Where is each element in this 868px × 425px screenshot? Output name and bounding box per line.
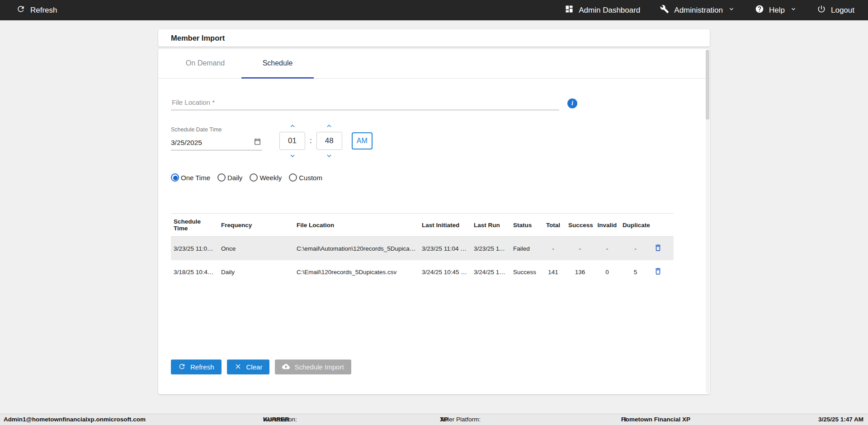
logout-button[interactable]: Logout bbox=[817, 5, 854, 16]
refresh-button-label: Refresh bbox=[190, 363, 214, 371]
radio-one-time[interactable]: One Time bbox=[171, 173, 210, 182]
table-row: 3/23/25 11:04 PM Once C:\email\Automatio… bbox=[171, 237, 674, 261]
file-location-placeholder: File Location * bbox=[172, 98, 215, 106]
schedule-datetime-label: Schedule Date Time bbox=[171, 126, 262, 133]
scrollbar-thumb[interactable] bbox=[706, 50, 709, 120]
refresh-icon bbox=[16, 5, 25, 16]
cell-total: - bbox=[541, 237, 566, 261]
radio-custom-label: Custom bbox=[299, 174, 322, 182]
radio-custom[interactable]: Custom bbox=[289, 173, 322, 182]
hour-input[interactable]: 01 bbox=[279, 132, 305, 150]
radio-button-icon bbox=[217, 173, 226, 182]
table-header-row: Schedule Time Frequency File Location La… bbox=[171, 214, 674, 237]
administration-label: Administration bbox=[674, 6, 723, 15]
footer-user: Admin1@hometownfinancialxp.onmicrosoft.c… bbox=[4, 414, 146, 425]
administration-menu[interactable]: Administration bbox=[660, 5, 735, 16]
cell-invalid: - bbox=[594, 237, 620, 261]
tabbar: On Demand Schedule bbox=[158, 49, 710, 79]
schedule-tab-content: File Location * i Schedule Date Time 3/2… bbox=[158, 96, 710, 284]
radio-weekly[interactable]: Weekly bbox=[250, 173, 282, 182]
radio-one-time-label: One Time bbox=[181, 174, 210, 182]
cell-success: 136 bbox=[566, 260, 594, 284]
calendar-icon[interactable] bbox=[254, 138, 261, 147]
delete-row-button[interactable] bbox=[654, 267, 662, 276]
help-label: Help bbox=[769, 6, 785, 15]
hour-value: 01 bbox=[288, 136, 297, 145]
radio-daily[interactable]: Daily bbox=[217, 173, 242, 182]
cell-last-initiated: 3/24/25 10:45 PM bbox=[419, 260, 471, 284]
status-bar: Admin1@hometownfinancialxp.onmicrosoft.c… bbox=[0, 414, 868, 425]
wrench-icon bbox=[660, 5, 669, 16]
radio-weekly-label: Weekly bbox=[259, 174, 282, 182]
cloud-upload-icon bbox=[282, 363, 290, 372]
dashboard-icon bbox=[565, 5, 574, 16]
schedule-date-input[interactable]: 3/25/2025 bbox=[171, 135, 262, 150]
member-import-panel: On Demand Schedule File Location * i Sch… bbox=[158, 49, 710, 394]
schedule-datetime-row: Schedule Date Time 3/25/2025 01 : bbox=[171, 122, 697, 160]
help-menu[interactable]: Help bbox=[755, 5, 797, 16]
trash-icon bbox=[654, 243, 662, 252]
table-row: 3/18/25 10:45 PM Daily C:\Email\120recor… bbox=[171, 260, 674, 284]
cell-schedule-time: 3/23/25 11:04 PM bbox=[171, 237, 218, 261]
chevron-down-icon bbox=[790, 5, 797, 15]
tab-schedule[interactable]: Schedule bbox=[241, 49, 314, 79]
cell-file-location: C:\email\Automation\120records_5Dupicate… bbox=[294, 237, 419, 261]
schedule-import-button[interactable]: Schedule Import bbox=[275, 360, 351, 374]
panel-scrollbar[interactable] bbox=[706, 50, 709, 393]
topbar-refresh-button[interactable]: Refresh bbox=[16, 5, 57, 16]
schedule-date-group: Schedule Date Time 3/25/2025 bbox=[171, 122, 262, 150]
schedule-date-value: 3/25/2025 bbox=[171, 139, 202, 147]
admin-dashboard-button[interactable]: Admin Dashboard bbox=[565, 5, 640, 16]
cell-invalid: 0 bbox=[594, 260, 620, 284]
frequency-radio-group: One Time Daily Weekly Custom bbox=[171, 173, 697, 182]
col-total: Total bbox=[541, 214, 566, 237]
tab-on-demand[interactable]: On Demand bbox=[169, 49, 241, 79]
cell-last-initiated: 3/23/25 11:04 PM bbox=[419, 237, 471, 261]
main-content: Member Import On Demand Schedule File Lo… bbox=[158, 29, 710, 394]
cell-success: - bbox=[566, 237, 594, 261]
cell-last-run: 3/24/25 10:46 PM bbox=[471, 260, 510, 284]
footer-timestamp: 3/25/25 1:47 AM bbox=[818, 414, 863, 425]
meridiem-toggle[interactable]: AM bbox=[352, 132, 373, 149]
col-last-run: Last Run bbox=[471, 214, 510, 237]
minute-input[interactable]: 48 bbox=[316, 132, 342, 150]
admin-dashboard-label: Admin Dashboard bbox=[579, 6, 640, 15]
minute-down-button[interactable] bbox=[324, 152, 334, 160]
col-duplicate: Duplicate bbox=[620, 214, 651, 237]
info-icon[interactable]: i bbox=[567, 98, 577, 108]
topbar: Refresh Admin Dashboard Administration H… bbox=[0, 0, 868, 20]
refresh-button[interactable]: Refresh bbox=[171, 360, 222, 374]
cell-status: Success bbox=[510, 260, 541, 284]
delete-row-button[interactable] bbox=[654, 243, 662, 252]
col-success: Success bbox=[566, 214, 594, 237]
topbar-refresh-label: Refresh bbox=[30, 6, 57, 15]
cell-frequency: Once bbox=[218, 237, 294, 261]
clear-button[interactable]: Clear bbox=[227, 360, 270, 374]
time-colon: : bbox=[310, 136, 312, 145]
radio-daily-label: Daily bbox=[227, 174, 242, 182]
page-title-card: Member Import bbox=[158, 29, 710, 47]
minute-value: 48 bbox=[325, 136, 334, 145]
col-actions bbox=[651, 214, 674, 237]
cell-duplicate: 5 bbox=[620, 260, 651, 284]
file-location-row: File Location * i bbox=[171, 96, 697, 110]
hour-down-button[interactable] bbox=[288, 152, 297, 160]
refresh-icon bbox=[178, 363, 186, 372]
col-file-location: File Location bbox=[294, 214, 419, 237]
col-frequency: Frequency bbox=[218, 214, 294, 237]
hour-spinner: 01 bbox=[279, 122, 305, 160]
minute-up-button[interactable] bbox=[324, 122, 334, 130]
close-icon bbox=[234, 363, 242, 372]
cell-total: 141 bbox=[541, 260, 566, 284]
power-icon bbox=[817, 5, 826, 16]
chevron-down-icon bbox=[728, 5, 735, 15]
hour-up-button[interactable] bbox=[288, 122, 297, 130]
file-location-input[interactable]: File Location * bbox=[171, 96, 559, 110]
topbar-right: Admin Dashboard Administration Help Logo… bbox=[565, 5, 854, 16]
trash-icon bbox=[654, 267, 662, 276]
action-buttons: Refresh Clear Schedule Import bbox=[171, 360, 351, 374]
schedule-import-button-label: Schedule Import bbox=[294, 363, 344, 371]
col-status: Status bbox=[510, 214, 541, 237]
schedule-table: Schedule Time Frequency File Location La… bbox=[171, 213, 674, 284]
cell-file-location: C:\Email\120records_5Dupicates.csv bbox=[294, 260, 419, 284]
